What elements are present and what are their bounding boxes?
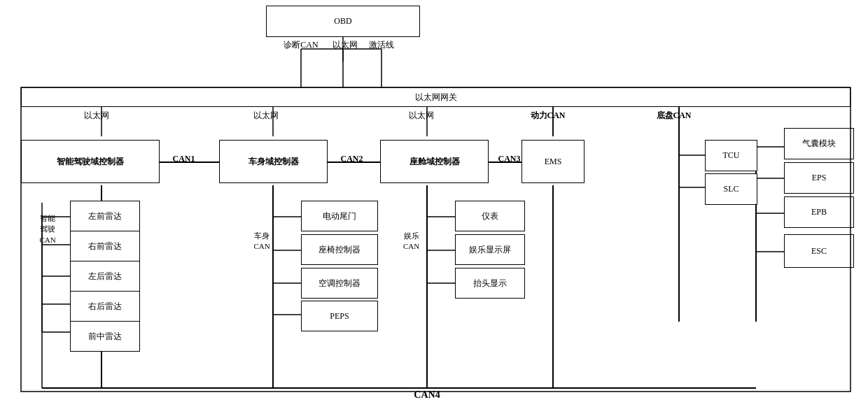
- intelligent-drive-box: 智能驾驶域控制器: [21, 140, 160, 183]
- entertainment-display-label: 娱乐显示屏: [469, 244, 511, 256]
- peps-box: PEPS: [301, 301, 378, 331]
- entertainment-can-label: 娱乐 CAN: [396, 231, 427, 252]
- hud-box: 抬头显示: [455, 268, 525, 299]
- front-center-radar-label: 前中雷达: [88, 331, 122, 343]
- intelligent-drive-label: 智能驾驶域控制器: [57, 156, 124, 168]
- left-rear-radar-box: 左后雷达: [70, 261, 140, 292]
- instrument-box: 仪表: [455, 201, 525, 231]
- diag-can-label: 诊断CAN: [276, 39, 326, 51]
- cabin-domain-box: 座舱域控制器: [380, 140, 489, 183]
- obd-label: OBD: [334, 15, 351, 27]
- airbag-label: 气囊模块: [802, 138, 836, 150]
- ac-controller-label: 空调控制器: [318, 278, 360, 289]
- ac-controller-box: 空调控制器: [301, 268, 378, 299]
- chassis-can-label: 底盘CAN: [651, 110, 696, 122]
- electric-tailgate-label: 电动尾门: [323, 210, 356, 222]
- right-rear-radar-box: 右后雷达: [70, 291, 140, 322]
- entertainment-display-box: 娱乐显示屏: [455, 234, 525, 265]
- left-front-radar-box: 左前雷达: [70, 201, 140, 231]
- eps-box: EPS: [784, 162, 854, 194]
- right-front-radar-box: 右前雷达: [70, 231, 140, 261]
- airbag-box: 气囊模块: [784, 128, 854, 159]
- eps-label: EPS: [812, 172, 827, 184]
- ethernet1-label: 以太网: [76, 110, 118, 122]
- electric-tailgate-box: 电动尾门: [301, 201, 378, 231]
- ethernet-gateway-box: 以太网网关: [21, 87, 850, 107]
- obd-box: OBD: [266, 6, 420, 37]
- activation-label: 激活线: [364, 39, 399, 51]
- ethernet3-label: 以太网: [400, 110, 442, 122]
- body-domain-label: 车身域控制器: [248, 156, 299, 168]
- tcu-box: TCU: [705, 140, 757, 171]
- ethernet2-label: 以太网: [245, 110, 287, 122]
- power-can-label: 动力CAN: [525, 110, 570, 122]
- seat-controller-box: 座椅控制器: [301, 234, 378, 265]
- right-front-radar-label: 右前雷达: [88, 241, 122, 252]
- body-can-label: 车身 CAN: [248, 231, 275, 252]
- left-rear-radar-label: 左后雷达: [88, 271, 122, 282]
- body-domain-box: 车身域控制器: [219, 140, 328, 183]
- intelligent-can-label: 智能 驾驶 CAN: [34, 213, 62, 245]
- hud-label: 抬头显示: [473, 278, 507, 289]
- ems-label: EMS: [545, 156, 562, 168]
- esc-box: ESC: [784, 234, 854, 268]
- epb-box: EPB: [784, 196, 854, 228]
- right-rear-radar-label: 右后雷达: [88, 301, 122, 313]
- instrument-label: 仪表: [482, 210, 498, 222]
- slc-box: SLC: [705, 173, 757, 205]
- can4-label: CAN4: [399, 389, 455, 401]
- esc-label: ESC: [811, 245, 827, 257]
- tcu-label: TCU: [723, 150, 740, 162]
- obd-ethernet-label: 以太网: [328, 39, 363, 51]
- ethernet-gateway-label: 以太网网关: [415, 92, 457, 103]
- seat-controller-label: 座椅控制器: [318, 244, 360, 256]
- cabin-domain-label: 座舱域控制器: [410, 156, 460, 168]
- epb-label: EPB: [811, 206, 827, 218]
- diagram: OBD 诊断CAN 以太网 激活线 以太网网关 以太网 以太网 以太网 动力CA…: [0, 0, 868, 416]
- front-center-radar-box: 前中雷达: [70, 321, 140, 352]
- svg-rect-53: [21, 87, 850, 392]
- can1-label: CAN1: [164, 154, 203, 164]
- peps-label: PEPS: [330, 310, 349, 322]
- can2-label: CAN2: [332, 154, 371, 164]
- slc-label: SLC: [723, 183, 738, 195]
- ems-box: EMS: [522, 140, 584, 183]
- left-front-radar-label: 左前雷达: [88, 210, 122, 222]
